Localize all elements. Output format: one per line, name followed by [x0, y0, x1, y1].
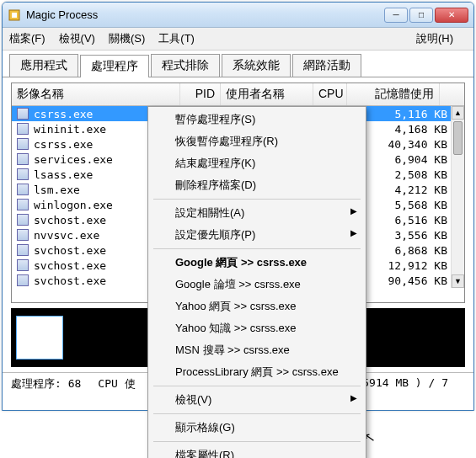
process-icon — [17, 168, 29, 180]
separator — [153, 441, 361, 442]
col-memory[interactable]: 記憶體使用 — [347, 83, 440, 105]
submenu-arrow-icon: ▶ — [350, 228, 357, 237]
scroll-thumb[interactable] — [453, 121, 463, 155]
scroll-down-arrow[interactable]: ▼ — [452, 274, 464, 288]
process-icon — [17, 229, 29, 241]
titlebar[interactable]: Magic Process ─ □ ✕ — [3, 3, 473, 28]
tab-applications[interactable]: 應用程式 — [9, 54, 78, 77]
menu-file[interactable]: 檔案(F) — [9, 31, 45, 46]
ctx-yahoo-web[interactable]: Yahoo 網頁 >> csrss.exe — [150, 296, 364, 317]
ctx-google-forum[interactable]: Google 論壇 >> csrss.exe — [150, 274, 364, 296]
table-header: 影像名稱 PID 使用者名稱 CPU 記憶體使用 — [12, 83, 464, 106]
maximize-button[interactable]: □ — [409, 8, 433, 23]
ctx-suspend[interactable]: 暫停處理程序(S) — [150, 109, 364, 130]
menu-tools[interactable]: 工具(T) — [158, 31, 195, 46]
separator — [153, 248, 361, 249]
separator — [153, 199, 361, 200]
col-user[interactable]: 使用者名稱 — [221, 83, 313, 105]
app-icon — [8, 8, 21, 22]
ctx-yahoo-knowledge[interactable]: Yahoo 知識 >> csrss.exe — [150, 317, 364, 339]
tab-exclusion[interactable]: 程式排除 — [151, 54, 220, 77]
minimize-button[interactable]: ─ — [384, 8, 408, 23]
ctx-view[interactable]: 檢視(V)▶ — [150, 389, 364, 411]
vertical-scrollbar[interactable]: ▲ ▼ — [451, 106, 464, 288]
tab-network[interactable]: 網路活動 — [292, 54, 361, 77]
status-processes: 處理程序: 68 — [11, 376, 81, 391]
window-title: Magic Process — [26, 8, 384, 21]
tab-performance[interactable]: 系統效能 — [222, 54, 291, 77]
process-icon — [17, 108, 29, 120]
menu-view[interactable]: 檢視(V) — [59, 31, 95, 46]
ctx-processlibrary[interactable]: ProcessLibrary 網頁 >> csrss.exe — [150, 361, 364, 383]
process-icon — [17, 184, 29, 195]
tab-processes[interactable]: 處理程序 — [80, 55, 149, 77]
ctx-show-grid[interactable]: 顯示格線(G) — [150, 417, 364, 439]
tab-strip: 應用程式 處理程序 程式排除 系統效能 網路活動 — [3, 51, 473, 77]
ctx-affinity[interactable]: 設定相關性(A)▶ — [150, 202, 364, 224]
menubar: 檔案(F) 檢視(V) 關機(S) 工具(T) 說明(H) — [3, 28, 473, 51]
separator — [153, 413, 361, 414]
process-icon — [17, 259, 29, 271]
scroll-up-arrow[interactable]: ▲ — [452, 106, 464, 120]
menu-help[interactable]: 說明(H) — [416, 31, 453, 46]
close-button[interactable]: ✕ — [435, 8, 468, 23]
ctx-google-web[interactable]: Google 網頁 >> csrss.exe — [150, 252, 364, 274]
col-image-name[interactable]: 影像名稱 — [12, 83, 180, 105]
ctx-file-properties[interactable]: 檔案屬性(R) — [150, 445, 364, 458]
process-icon — [17, 138, 29, 150]
status-cpu: CPU 使 — [98, 376, 135, 391]
status-memory: 5914 MB ) / 7 — [362, 376, 448, 391]
context-menu: 暫停處理程序(S) 恢復暫停處理程序(R) 結束處理程序(K) 刪除程序檔案(D… — [147, 106, 366, 458]
process-icon — [17, 214, 29, 226]
separator — [153, 386, 361, 386]
process-icon — [17, 153, 29, 165]
col-cpu[interactable]: CPU — [313, 83, 347, 105]
ctx-delete-file[interactable]: 刪除程序檔案(D) — [150, 174, 364, 196]
process-icon — [17, 274, 29, 286]
process-icon — [17, 244, 29, 256]
process-icon — [17, 123, 29, 135]
submenu-arrow-icon: ▶ — [350, 393, 357, 402]
menu-shutdown[interactable]: 關機(S) — [109, 31, 145, 46]
ctx-end-process[interactable]: 結束處理程序(K) — [150, 152, 364, 174]
svg-rect-1 — [12, 13, 17, 18]
submenu-arrow-icon: ▶ — [350, 206, 357, 216]
col-pid[interactable]: PID — [180, 83, 221, 105]
ctx-msn[interactable]: MSN 搜尋 >> csrss.exe — [150, 339, 364, 361]
window-thumbnail[interactable] — [16, 316, 63, 359]
ctx-priority[interactable]: 設定優先順序(P)▶ — [150, 224, 364, 246]
ctx-resume[interactable]: 恢復暫停處理程序(R) — [150, 130, 364, 152]
process-icon — [17, 199, 29, 210]
